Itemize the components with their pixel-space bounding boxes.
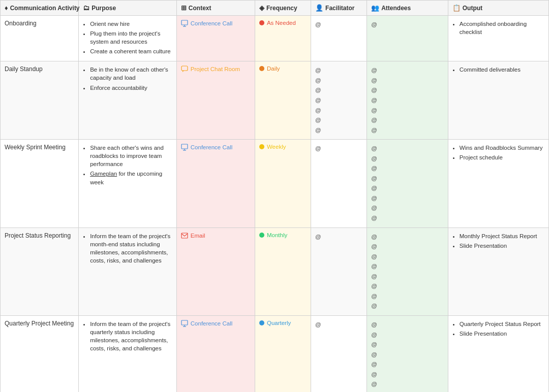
facilitator-at: @ [315, 95, 362, 106]
facilitator-cell: @ [311, 227, 367, 315]
attendee-at: @ [371, 281, 444, 291]
activity-header-label: Communication Activity [10, 5, 80, 12]
attendee-at: @ [371, 213, 444, 223]
purpose-item: Enforce accountability [90, 84, 172, 92]
attendee-at: @ [371, 379, 444, 389]
purpose-list: Inform the team of the project's quarter… [83, 320, 172, 352]
output-item: Slide Presentation [460, 330, 544, 338]
attendees-cell: @ [367, 16, 448, 61]
purpose-item: Inform the team of the project's quarter… [90, 320, 172, 352]
context-label: Email [191, 233, 205, 239]
col-header-attendees: 👥Attendees [367, 1, 448, 16]
table-row: Daily StandupBe in the know of each othe… [1, 61, 549, 140]
col-header-output: 📋Output [448, 1, 548, 16]
output-cell: Monthly Project Status ReportSlide Prese… [448, 227, 548, 315]
table-row: Project Status ReportingInform the team … [1, 227, 549, 315]
purpose-cell: Be in the know of each other's capacity … [79, 61, 177, 140]
communication-plan-table: ♦Communication Activity🗂Purpose⊞Context◈… [0, 0, 549, 392]
output-item: Committed deliverables [460, 66, 544, 74]
attendees-cell: @@@@@@@@ [367, 315, 448, 392]
conference-call-icon [181, 144, 188, 151]
attendee-at: @ [371, 115, 444, 125]
context-badge: Conference Call [181, 20, 251, 27]
purpose-item: Orient new hire [90, 20, 172, 28]
attendee-at: @ [371, 389, 444, 392]
attendee-at: @ [371, 301, 444, 311]
svg-rect-8 [181, 233, 188, 238]
activity-label: Onboarding [5, 20, 37, 27]
facilitator-at: @ [315, 106, 362, 116]
facilitator-at: @ [315, 85, 362, 95]
attendee-at: @ [371, 76, 444, 86]
context-cell: Conference Call [176, 315, 255, 392]
frequency-dot [259, 233, 264, 238]
activity-label: Weekly Sprint Meeting [5, 144, 66, 151]
attendees-cell: @@@@@@@ [367, 61, 448, 140]
activity-label: Daily Standup [5, 66, 43, 73]
purpose-cell: Inform the team of the project's quarter… [79, 315, 177, 392]
attendees-header-label: Attendees [381, 5, 411, 12]
purpose-list: Share each other's wins and roadblocks t… [83, 144, 172, 186]
purpose-list: Orient new hirePlug them into the projec… [83, 20, 172, 55]
frequency-label: As Needed [267, 20, 296, 26]
facilitator-at: @ [315, 144, 362, 154]
activity-cell: Daily Standup [1, 61, 79, 140]
attendee-at: @ [371, 154, 444, 164]
col-header-purpose: 🗂Purpose [79, 1, 177, 16]
context-cell: Email [176, 227, 255, 315]
frequency-label: Daily [267, 66, 280, 72]
frequency-cell: Daily [255, 61, 311, 140]
attendee-at: @ [371, 360, 444, 370]
activity-header-icon: ♦ [5, 4, 8, 12]
attendee-at: @ [371, 183, 444, 193]
frequency-header-label: Frequency [266, 5, 297, 12]
facilitator-header-icon: 👤 [315, 4, 323, 12]
col-header-facilitator: 👤Facilitator [311, 1, 367, 16]
purpose-list: Be in the know of each other's capacity … [83, 66, 172, 91]
attendee-at: @ [371, 242, 444, 252]
frequency-badge: As Needed [259, 20, 307, 26]
output-cell: Wins and Roadblocks SummaryProject sched… [448, 140, 548, 227]
col-header-activity: ♦Communication Activity [1, 1, 79, 16]
email-icon [181, 232, 188, 239]
activity-cell: Project Status Reporting [1, 227, 79, 315]
output-list: Monthly Project Status ReportSlide Prese… [452, 232, 544, 250]
attendee-at: @ [371, 232, 444, 242]
purpose-cell: Share each other's wins and roadblocks t… [79, 140, 177, 227]
frequency-label: Weekly [267, 144, 286, 150]
conference-call-icon [181, 20, 188, 27]
context-label: Conference Call [191, 320, 232, 326]
table-row: Weekly Sprint MeetingShare each other's … [1, 140, 549, 227]
frequency-badge: Quarterly [259, 320, 307, 326]
col-header-frequency: ◈Frequency [255, 1, 311, 16]
purpose-item: Be in the know of each other's capacity … [90, 66, 172, 82]
attendee-at: @ [371, 252, 444, 262]
output-item: Wins and Roadblocks Summary [460, 144, 544, 152]
context-header-icon: ⊞ [181, 4, 187, 12]
facilitator-at: @ [315, 232, 362, 242]
activity-cell: Onboarding [1, 16, 79, 61]
frequency-dot [259, 20, 264, 25]
output-list: Quarterly Project Status ReportSlide Pre… [452, 320, 544, 338]
activity-label: Quarterly Project Meeting [5, 320, 74, 327]
attendees-cell: @@@@@@@@ [367, 140, 448, 227]
attendee-at: @ [371, 193, 444, 204]
context-cell: Project Chat Room [176, 61, 255, 140]
attendee-at: @ [371, 106, 444, 116]
attendee-at: @ [371, 340, 444, 350]
frequency-cell: Monthly [255, 227, 311, 315]
attendee-at: @ [371, 291, 444, 302]
context-cell: Conference Call [176, 140, 255, 227]
context-badge: Project Chat Room [181, 66, 251, 73]
facilitator-at: @ [315, 66, 362, 76]
output-list: Wins and Roadblocks SummaryProject sched… [452, 144, 544, 161]
context-badge: Conference Call [181, 144, 251, 151]
chat-icon [181, 66, 188, 73]
attendees-cell: @@@@@@@@ [367, 227, 448, 315]
facilitator-at: @ [315, 125, 362, 136]
frequency-cell: Quarterly [255, 315, 311, 392]
attendee-at: @ [371, 272, 444, 282]
attendee-at: @ [371, 203, 444, 213]
facilitator-cell: @ [311, 140, 367, 227]
activity-label: Project Status Reporting [5, 232, 71, 239]
